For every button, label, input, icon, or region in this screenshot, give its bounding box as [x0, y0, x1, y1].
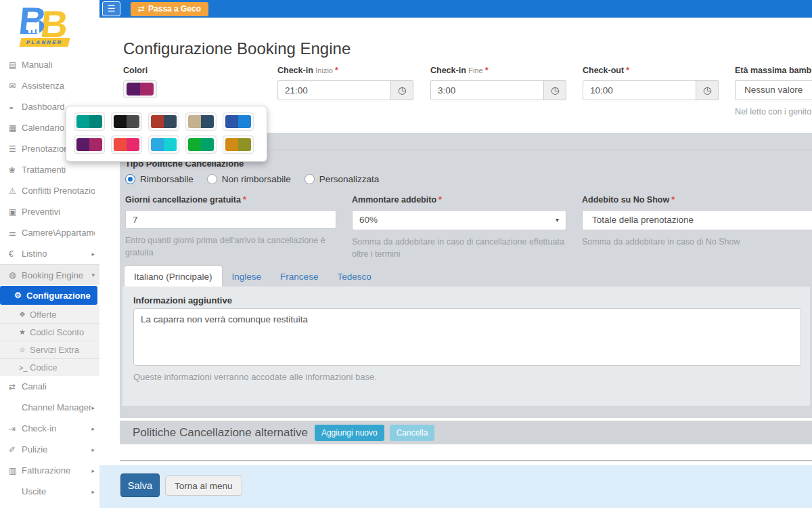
radio-rimborsabile[interactable]: Rimborsabile: [125, 174, 194, 184]
required-asterisk: *: [671, 195, 675, 205]
radio-button-icon: [207, 174, 217, 184]
color-swatch-6[interactable]: [74, 135, 105, 154]
sidebar-item-preventivi[interactable]: ▣Preventivi: [0, 201, 99, 222]
tab-francese[interactable]: Francese: [271, 266, 328, 287]
clock-icon[interactable]: ◷: [391, 80, 413, 100]
envelope-icon: ✉: [9, 81, 22, 91]
color-swatch-2[interactable]: [111, 112, 142, 131]
caret-right-icon: ▸: [91, 251, 95, 257]
caret-right-icon: ▸: [91, 446, 95, 453]
ammontare-group: Ammontare addebito* 60%▾ Somma da addebi…: [352, 195, 568, 260]
sidebar-item-label: Uscite: [22, 486, 91, 496]
color-swatch-1[interactable]: [74, 112, 105, 131]
sidebar-item-manuali[interactable]: ▤Manuali: [0, 54, 99, 75]
giorni-helper: Entro quanti giorni prima dell'arrivo la…: [125, 235, 342, 259]
aggiungi-nuovo-button[interactable]: Aggiungi nuovo: [315, 425, 384, 441]
calendar-icon: ▦: [9, 123, 22, 133]
sidebar-item-booking-engine[interactable]: ◍Booking Engine▾: [0, 264, 99, 285]
sidebar-item-offerte[interactable]: ❖Offerte: [0, 305, 99, 323]
required-asterisk: *: [243, 195, 246, 205]
sidebar-item-canali[interactable]: ⇄Canali: [0, 376, 99, 397]
exchange-icon: ⇄: [138, 4, 145, 14]
passa-a-geco-label: Passa a Geco: [148, 4, 201, 14]
giorni-input[interactable]: [125, 210, 336, 229]
sidebar-item-camere-appartamenti[interactable]: ⚌Camere\Appartamenti: [0, 222, 99, 243]
radio-non-rimborsabile[interactable]: Non rimborsabile: [207, 174, 291, 184]
radio-button-icon: [125, 174, 135, 184]
sidebar-item-label: Pulizie: [22, 444, 91, 454]
eta-massima-select[interactable]: Nessun valore: [735, 80, 812, 100]
color-swatch-4[interactable]: [185, 112, 217, 131]
sidebar-item-codici-sconto[interactable]: ★Codici Sconto: [0, 323, 99, 341]
caret-right-icon: ▸: [91, 467, 95, 474]
two-tone-swatch: [151, 115, 177, 128]
sidebar-item-configurazione[interactable]: ⚙Configurazione: [0, 286, 97, 305]
tab-inglese[interactable]: Inglese: [223, 266, 271, 287]
colori-label: Colori: [123, 66, 157, 75]
two-tone-swatch: [114, 138, 139, 151]
signin-icon: ⇥: [9, 424, 22, 433]
app-logo[interactable]: B B PLANNER: [0, 0, 99, 53]
sidebar-item-label: Camere\Appartamenti: [22, 228, 95, 238]
checkin-inizio-group: Check-in Inizio* ◷: [277, 66, 413, 100]
informazioni-aggiuntive-helper: Queste informazioni verranno accodate al…: [133, 372, 377, 382]
sidebar-item-label: Preventivi: [22, 207, 95, 217]
passa-a-geco-button[interactable]: ⇄Passa a Geco: [131, 2, 208, 16]
required-asterisk: *: [335, 66, 338, 75]
color-swatch-3[interactable]: [148, 112, 179, 131]
informazioni-aggiuntive-label: Informazioni aggiuntive: [133, 295, 232, 305]
sidebar-item-listino[interactable]: €Listino▸: [0, 243, 99, 264]
checkin-inizio-input[interactable]: [277, 80, 391, 100]
sidebar-item-uscite[interactable]: Uscite▸: [0, 481, 99, 502]
color-swatch-10[interactable]: [223, 135, 254, 154]
footer-bar: Salva Torna al menu: [99, 465, 812, 508]
sidebar-item-label: Manuali: [22, 60, 95, 70]
salva-button[interactable]: Salva: [120, 473, 160, 497]
cancellation-panel: Tipo Politiche Cancellazione Rimborsabil…: [120, 133, 812, 418]
color-swatch-8[interactable]: [148, 135, 179, 154]
sidebar-item-label: Fatturazione: [22, 465, 91, 475]
ammontare-helper: Somma da addebitare in caso di cancellaz…: [352, 236, 568, 260]
sidebar-item-pulizie[interactable]: ✐Pulizie▸: [0, 439, 99, 460]
cancellation-type-radio-group: RimborsabileNon rimborsabilePersonalizza…: [125, 174, 379, 184]
clock-icon[interactable]: ◷: [544, 80, 566, 100]
sidebar-item-codice[interactable]: >_Codice: [0, 358, 99, 376]
sidebar-item-fatturazione[interactable]: ▥Fatturazione▸: [0, 460, 99, 481]
sidebar-item-assistenza[interactable]: ✉Assistenza: [0, 75, 99, 96]
logo-ribbon: PLANNER: [19, 38, 70, 47]
checkout-input[interactable]: [583, 80, 696, 100]
sidebar-item-trattamenti[interactable]: ❀Trattamenti: [0, 159, 99, 180]
sidebar-item-channel-manager[interactable]: Channel Manager▸: [0, 397, 99, 418]
clean-icon: ✐: [9, 445, 22, 454]
sidebar-item-servizi-extra[interactable]: ☆Servizi Extra: [0, 341, 99, 358]
language-tabs: Italiano (Principale)IngleseFranceseTede…: [124, 266, 381, 287]
color-swatch-9[interactable]: [185, 135, 217, 154]
informazioni-aggiuntive-textarea[interactable]: La caparra non verrà comunque restituita: [133, 308, 801, 366]
sidebar-item-analisi-finanziaria[interactable]: €Analisi Finanziaria▸: [0, 502, 99, 508]
selected-color-button[interactable]: [123, 80, 157, 98]
sidebar-item-check-in[interactable]: ⇥Check-in▸: [0, 418, 99, 439]
ammontare-select[interactable]: 60%▾: [352, 210, 566, 230]
noshow-helper: Somma da addebitare in caso di No Show: [582, 236, 798, 249]
clock-icon[interactable]: ◷: [696, 80, 719, 100]
two-tone-swatch: [225, 115, 251, 128]
sidebar-item-conflitti-prenotazioni[interactable]: ⚠Conflitti Prenotazioni: [0, 180, 99, 201]
checkin-fine-input[interactable]: [430, 80, 544, 100]
torna-al-menu-button[interactable]: Torna al menu: [165, 475, 242, 496]
tab-italiano[interactable]: Italiano (Principale): [124, 266, 223, 287]
sidebar-item-label: Codice: [30, 362, 95, 373]
hamburger-menu-icon[interactable]: ☰: [102, 1, 120, 16]
sidebar-item-label: Canali: [22, 381, 95, 391]
tab-tedesco[interactable]: Tedesco: [328, 266, 380, 287]
sidebar-item-label: Channel Manager: [22, 402, 91, 412]
eta-massima-label: Età massima bambini: [735, 66, 812, 75]
color-swatch-5[interactable]: [223, 112, 254, 131]
radio-label: Non rimborsabile: [222, 174, 291, 184]
color-swatch-7[interactable]: [111, 135, 142, 154]
radio-label: Rimborsabile: [140, 174, 194, 184]
noshow-select[interactable]: Totale della prenotazione: [582, 210, 812, 230]
required-asterisk: *: [485, 66, 489, 75]
cancella-button[interactable]: Cancella: [390, 425, 435, 441]
radio-personalizzata[interactable]: Personalizzata: [304, 174, 380, 184]
book-icon: ▤: [9, 60, 22, 70]
